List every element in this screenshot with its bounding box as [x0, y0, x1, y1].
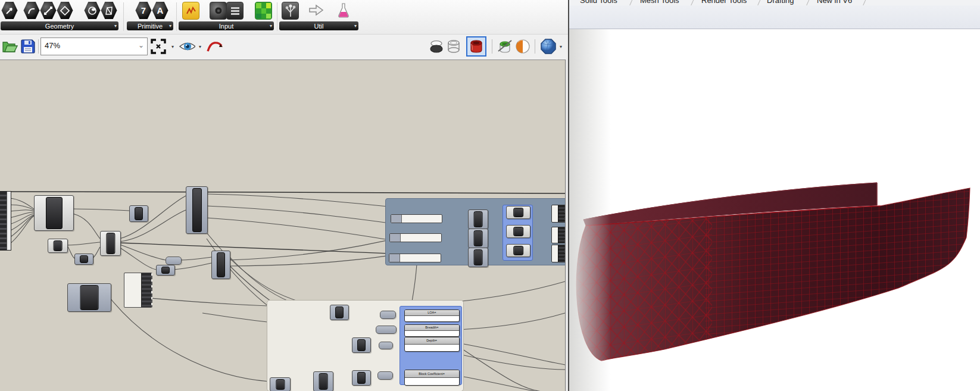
- component[interactable]: [506, 206, 530, 219]
- tab-primitive[interactable]: Primitive ▾: [127, 21, 173, 30]
- curve-icon[interactable]: [23, 1, 40, 20]
- component[interactable]: [352, 337, 371, 353]
- diamond-icon[interactable]: [57, 1, 73, 20]
- component[interactable]: [156, 265, 175, 276]
- mesh-quality-icon[interactable]: [539, 38, 556, 55]
- rhino-toolbar-tabs: Solid Tools Mesh Tools Render Tools Draf…: [569, 0, 980, 5]
- component[interactable]: [330, 305, 349, 320]
- open-file-icon[interactable]: [1, 38, 18, 55]
- preview-shaded-icon: [469, 39, 484, 54]
- vector-icon[interactable]: [1, 1, 18, 20]
- param-loa[interactable]: LOA=: [404, 309, 460, 322]
- component[interactable]: [100, 231, 121, 256]
- hull-mesh[interactable]: [569, 29, 980, 391]
- relay[interactable]: [379, 342, 393, 349]
- panel[interactable]: [551, 227, 566, 243]
- component[interactable]: [186, 186, 208, 234]
- geometry-caret-icon[interactable]: ▾: [114, 23, 117, 29]
- gradient-icon[interactable]: [255, 2, 272, 20]
- preview-shaded-selected[interactable]: [466, 36, 486, 57]
- toolbar-separator: [535, 39, 535, 54]
- preview-wireframe-icon[interactable]: [445, 38, 462, 55]
- group-parameters[interactable]: LOA= Breadth= Depth= Block Coefficient=: [267, 300, 464, 391]
- slider[interactable]: [391, 214, 442, 223]
- zoom-extents-icon[interactable]: [150, 38, 167, 55]
- group-primitive: 7 A Primitive ▾: [127, 0, 174, 33]
- preview-eye-caret-icon[interactable]: ▾: [199, 44, 201, 49]
- tab-divider: [806, 0, 810, 5]
- util-caret-icon[interactable]: ▾: [354, 23, 357, 29]
- component[interactable]: [506, 225, 530, 238]
- tab-primitive-label: Primitive: [138, 23, 163, 30]
- relay[interactable]: [166, 257, 182, 265]
- param-depth-label: Depth=: [427, 339, 438, 342]
- surface-icon[interactable]: [84, 1, 101, 20]
- flask-icon[interactable]: [335, 2, 351, 18]
- component[interactable]: [67, 283, 111, 312]
- preview-off-icon[interactable]: [428, 38, 445, 55]
- component[interactable]: [506, 244, 530, 257]
- relay[interactable]: [377, 371, 393, 380]
- param-depth[interactable]: Depth=: [404, 337, 460, 352]
- preview-custom-icon[interactable]: [514, 38, 531, 55]
- tab-input[interactable]: Input ▾: [179, 21, 274, 30]
- component[interactable]: [74, 254, 93, 265]
- panel[interactable]: [0, 191, 11, 251]
- viewport-shadow: [569, 29, 611, 391]
- gh-canvas[interactable]: LOA= Breadth= Depth= Block Coefficient=: [0, 60, 565, 391]
- component[interactable]: [468, 229, 488, 248]
- tab-divider: [690, 0, 694, 5]
- number-icon[interactable]: 7: [135, 1, 152, 20]
- ribbon-separator: [176, 2, 177, 31]
- zoom-chevron-icon[interactable]: ⌄: [138, 41, 144, 49]
- preview-eye-icon[interactable]: [179, 38, 195, 55]
- value-list-icon[interactable]: [226, 2, 244, 20]
- panel[interactable]: [551, 205, 566, 223]
- relay[interactable]: [376, 326, 397, 334]
- knob-icon[interactable]: [210, 2, 227, 20]
- tab-render-tools[interactable]: Render Tools: [701, 0, 747, 5]
- component[interactable]: [270, 377, 291, 391]
- tab-solid-tools[interactable]: Solid Tools: [580, 0, 617, 5]
- component[interactable]: [48, 239, 68, 253]
- zoom-extents-caret-icon[interactable]: ▾: [171, 44, 174, 49]
- param-block-coefficient[interactable]: Block Coefficient=: [404, 370, 460, 386]
- component[interactable]: [352, 370, 371, 386]
- param-breadth[interactable]: Breadth=: [404, 324, 460, 337]
- preview-disable-icon[interactable]: [497, 38, 513, 55]
- component[interactable]: [129, 205, 148, 222]
- group-selected[interactable]: [385, 198, 567, 265]
- tree-icon[interactable]: [282, 2, 299, 20]
- relay[interactable]: [380, 311, 396, 319]
- component[interactable]: [34, 195, 74, 231]
- input-caret-icon[interactable]: ▾: [270, 23, 272, 29]
- component[interactable]: [211, 251, 230, 279]
- component[interactable]: [468, 209, 488, 229]
- save-file-icon[interactable]: [20, 38, 36, 55]
- tab-new-in-v6[interactable]: New in V6: [817, 0, 852, 5]
- graph-mapper-icon[interactable]: [182, 2, 199, 20]
- mesh-quality-caret-icon[interactable]: ▾: [560, 44, 562, 49]
- line-icon[interactable]: [40, 1, 57, 20]
- slider[interactable]: [389, 233, 442, 242]
- component[interactable]: [468, 248, 488, 267]
- relay-arrow-icon[interactable]: [308, 2, 324, 18]
- slider[interactable]: [389, 254, 441, 262]
- tab-drafting[interactable]: Drafting: [767, 0, 794, 5]
- rhino-viewport[interactable]: [569, 29, 980, 391]
- subgroup-blue[interactable]: [503, 205, 533, 261]
- tab-util[interactable]: Util ▾: [279, 21, 358, 30]
- subgroup-params-blue[interactable]: LOA= Breadth= Depth= Block Coefficient=: [400, 306, 462, 385]
- zoom-combobox[interactable]: 47% ⌄: [40, 37, 148, 55]
- primitive-caret-icon[interactable]: ▾: [169, 23, 171, 29]
- panel[interactable]: [551, 245, 566, 262]
- sketch-pen-icon[interactable]: [206, 38, 223, 55]
- brep-icon[interactable]: [101, 1, 117, 20]
- text-icon[interactable]: A: [152, 1, 168, 20]
- panel[interactable]: [124, 273, 152, 308]
- zoom-value: 47%: [45, 41, 60, 50]
- tab-geometry[interactable]: Geometry ▾: [1, 21, 118, 30]
- component[interactable]: [313, 371, 333, 391]
- ribbon-separator: [277, 2, 277, 31]
- tab-mesh-tools[interactable]: Mesh Tools: [640, 0, 679, 5]
